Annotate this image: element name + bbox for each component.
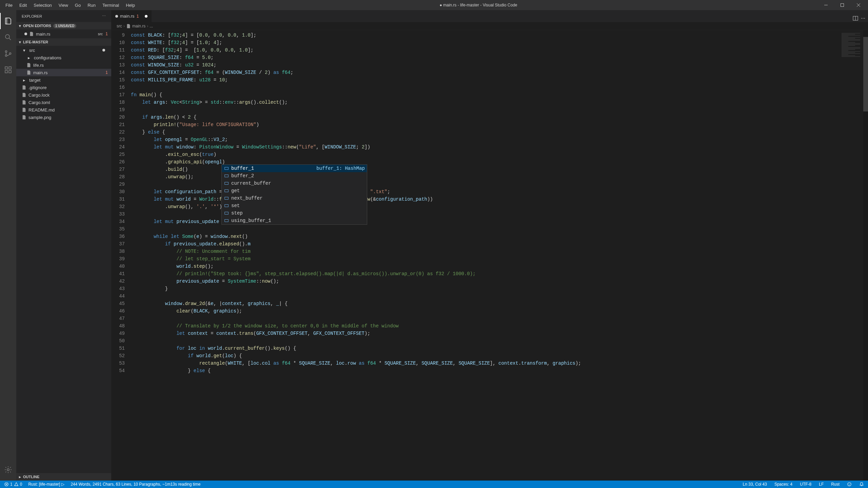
- file-icon: [22, 107, 26, 112]
- code-area[interactable]: 9101112131415161718192021222324252627282…: [111, 30, 868, 481]
- status-indentation[interactable]: Spaces: 4: [773, 482, 794, 487]
- suggest-item[interactable]: set: [222, 202, 367, 209]
- file-item[interactable]: README.md: [16, 106, 111, 114]
- svg-point-3: [5, 51, 7, 53]
- suggest-item[interactable]: get: [222, 187, 367, 195]
- field-icon: [224, 181, 229, 186]
- menu-view[interactable]: View: [56, 1, 71, 9]
- file-item[interactable]: sample.png: [16, 114, 111, 121]
- outline-header[interactable]: ▸ OUTLINE: [16, 473, 111, 481]
- status-eol[interactable]: LF: [817, 482, 825, 487]
- item-label: life.rs: [33, 63, 111, 68]
- sidebar-title: EXPLORER: [22, 14, 42, 18]
- sidebar: EXPLORER ⋯ ▾ OPEN EDITORS 1 UNSAVED main…: [16, 10, 111, 481]
- menu-help[interactable]: Help: [123, 1, 138, 9]
- svg-point-23: [849, 484, 849, 484]
- chevron-right-icon: ▸: [18, 474, 22, 479]
- breadcrumbs[interactable]: src › main.rs › ...: [111, 22, 868, 30]
- svg-rect-0: [824, 5, 828, 5]
- feedback-icon: [847, 482, 852, 487]
- suggest-widget[interactable]: buffer_1buffer_1: HashMapbuffer_2current…: [221, 164, 367, 225]
- svg-point-2: [5, 35, 9, 39]
- vertical-scrollbar[interactable]: [863, 30, 868, 481]
- chevron-down-icon: ▾: [18, 23, 22, 28]
- suggest-item[interactable]: current_buffer: [222, 180, 367, 187]
- suggest-item[interactable]: next_buffer: [222, 195, 367, 202]
- workspace-header[interactable]: ▾ LIFE-MASTER: [16, 38, 111, 46]
- minimap[interactable]: [836, 30, 863, 481]
- menu-edit[interactable]: Edit: [17, 1, 29, 9]
- chevron-down-icon: ▾: [18, 40, 22, 44]
- open-editor-item[interactable]: main.rs src 1: [16, 30, 111, 38]
- file-icon: [22, 93, 26, 97]
- breadcrumb-segment[interactable]: main.rs: [132, 24, 145, 28]
- open-editor-path: src: [98, 32, 103, 36]
- suggest-label: buffer_1: [231, 166, 254, 171]
- file-icon: [22, 100, 26, 105]
- suggest-item[interactable]: step: [222, 209, 367, 217]
- activity-explorer[interactable]: [0, 13, 16, 29]
- file-icon: [22, 85, 26, 90]
- close-button[interactable]: [852, 0, 865, 10]
- folder-item[interactable]: ▸target: [16, 76, 111, 84]
- open-editors-header[interactable]: ▾ OPEN EDITORS 1 UNSAVED: [16, 22, 111, 29]
- file-icon: [22, 115, 26, 120]
- menu-terminal[interactable]: Terminal: [100, 1, 122, 9]
- suggest-item[interactable]: buffer_2: [222, 172, 367, 180]
- status-problems[interactable]: 1 0: [3, 482, 23, 487]
- open-editors-tree: main.rs src 1: [16, 29, 111, 38]
- svg-point-4: [5, 55, 7, 57]
- breadcrumb-segment[interactable]: ...: [150, 24, 153, 28]
- status-encoding[interactable]: UTF-8: [798, 482, 813, 487]
- file-item[interactable]: life.rs: [16, 61, 111, 69]
- menu-run[interactable]: Run: [85, 1, 98, 9]
- file-item[interactable]: .gitignore: [16, 84, 111, 91]
- item-label: Cargo.lock: [28, 93, 111, 98]
- breadcrumb-segment[interactable]: src: [117, 24, 122, 28]
- status-cursor-position[interactable]: Ln 33, Col 43: [742, 482, 768, 487]
- editor-tab[interactable]: main.rs 1: [111, 10, 152, 22]
- folder-item[interactable]: ▸configurations: [16, 54, 111, 61]
- warning-count: 0: [20, 482, 22, 487]
- activity-search[interactable]: [0, 29, 16, 45]
- status-word-count[interactable]: 244 Words, 2491 Chars, 63 Lines, 10 Para…: [69, 482, 202, 487]
- menu-file[interactable]: File: [3, 1, 15, 9]
- file-icon: [26, 70, 31, 75]
- editor-more-icon[interactable]: ⋯: [861, 16, 865, 22]
- open-editor-name: main.rs: [36, 32, 97, 37]
- file-item[interactable]: Cargo.lock: [16, 91, 111, 99]
- minimize-button[interactable]: [819, 0, 833, 10]
- sidebar-more-icon[interactable]: ⋯: [102, 14, 106, 18]
- problem-count: 1: [105, 32, 108, 36]
- folder-item[interactable]: ▾src: [16, 46, 111, 54]
- item-label: .gitignore: [28, 85, 111, 90]
- maximize-button[interactable]: [835, 0, 849, 10]
- status-language[interactable]: Rust: [830, 482, 841, 487]
- split-editor-icon[interactable]: [853, 16, 858, 22]
- open-editors-label: OPEN EDITORS: [23, 24, 51, 28]
- suggest-item[interactable]: buffer_1buffer_1: HashMap: [222, 165, 367, 172]
- file-item[interactable]: Cargo.toml: [16, 99, 111, 106]
- item-label: Cargo.toml: [28, 100, 111, 105]
- file-item[interactable]: main.rs1: [16, 69, 111, 76]
- field-icon: [224, 196, 229, 201]
- activity-extensions[interactable]: [0, 62, 16, 78]
- scrollbar-thumb[interactable]: [863, 37, 868, 111]
- menu-selection[interactable]: Selection: [31, 1, 54, 9]
- status-notifications[interactable]: [858, 482, 865, 487]
- status-lang-server[interactable]: Rust: [life-master] ▷: [27, 482, 66, 487]
- activity-settings[interactable]: [0, 462, 16, 478]
- workspace-tree: ▾src▸configurationslife.rsmain.rs1▸targe…: [16, 46, 111, 122]
- field-icon: [224, 188, 229, 194]
- menu-go[interactable]: Go: [72, 1, 83, 9]
- dirty-dot-icon: [24, 33, 27, 35]
- status-feedback[interactable]: [846, 482, 853, 487]
- svg-rect-20: [225, 220, 229, 222]
- code-editor[interactable]: const BLACK: [f32;4] = [0.0, 0.0, 0.0, 1…: [131, 30, 868, 481]
- title-bar: File Edit Selection View Go Run Terminal…: [0, 0, 868, 10]
- chevron-icon: ▸: [22, 78, 26, 82]
- rust-file-icon: [29, 32, 34, 36]
- suggest-item[interactable]: using_buffer_1: [222, 217, 367, 224]
- svg-rect-16: [225, 190, 229, 192]
- activity-source-control[interactable]: [0, 45, 16, 62]
